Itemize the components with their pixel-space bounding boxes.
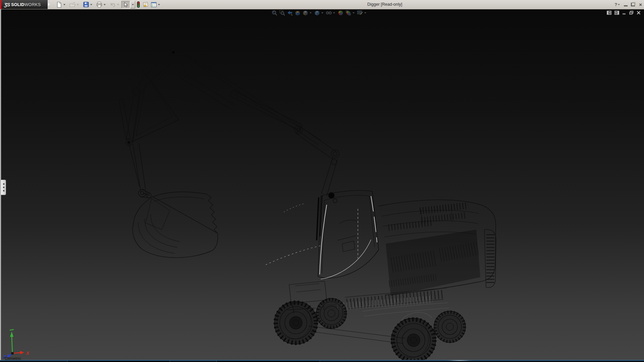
boom-assembly <box>119 47 339 198</box>
close-icon[interactable]: × <box>639 2 642 7</box>
triad-y-axis <box>10 329 14 353</box>
previous-view-icon <box>287 10 293 16</box>
toggle-right-pane-button[interactable] <box>614 11 619 15</box>
save-button[interactable] <box>83 1 89 8</box>
undo-dropdown[interactable] <box>116 1 120 8</box>
help-button[interactable]: ? <box>614 2 617 7</box>
wheel-front-left <box>274 301 317 344</box>
previous-view-button[interactable] <box>287 10 293 16</box>
wheel-front-right <box>316 298 346 328</box>
edit-appearance-button[interactable] <box>338 10 343 16</box>
digger-wireframe-model <box>0 9 644 360</box>
print-icon <box>96 2 102 7</box>
undo-button[interactable] <box>109 1 116 8</box>
triad-x-axis: X <box>12 351 30 356</box>
appearance-sphere-icon <box>338 10 343 16</box>
display-style-button[interactable] <box>314 10 320 16</box>
traffic-light-icon <box>137 1 140 8</box>
select-arrow-icon <box>124 2 128 7</box>
taskbar-button-sliver[interactable] <box>67 361 170 362</box>
document-window-controls <box>607 10 641 15</box>
view-cube-icon <box>303 10 308 16</box>
view-settings-button[interactable] <box>357 10 363 16</box>
wheel-rear-left <box>391 318 436 360</box>
doc-restore-button[interactable] <box>629 11 634 15</box>
hide-show-items-dropdown[interactable] <box>332 10 336 15</box>
document-title: Digger [Read-only] <box>367 2 402 7</box>
new-document-dropdown[interactable] <box>62 1 66 8</box>
pane-left-icon <box>607 11 611 15</box>
file-properties-button[interactable] <box>142 1 149 8</box>
print-dropdown[interactable] <box>103 1 107 8</box>
headsup-view-toolbar <box>272 9 369 16</box>
close-x-icon <box>637 11 641 15</box>
apply-scene-button[interactable] <box>345 10 351 16</box>
window-controls: ? × <box>614 0 642 9</box>
file-properties-icon <box>143 2 149 7</box>
wheels <box>274 298 466 360</box>
save-dropdown[interactable] <box>89 1 93 8</box>
view-settings-icon <box>357 10 363 15</box>
solidworks-logo-glyph: ƷS <box>4 2 10 7</box>
menu-flyout-arrow-icon[interactable] <box>48 3 50 6</box>
view-orientation-button[interactable] <box>303 10 308 16</box>
view-orientation-dropdown[interactable] <box>309 10 312 15</box>
view-settings-dropdown[interactable] <box>364 10 367 15</box>
restore-icon[interactable] <box>631 3 635 6</box>
triad-x-label: X <box>26 351 30 356</box>
select-tool-dropdown[interactable] <box>130 1 135 8</box>
eyeglasses-icon <box>326 11 332 15</box>
new-document-button[interactable] <box>56 1 62 8</box>
triad-origin <box>11 352 13 354</box>
section-view-button[interactable] <box>295 10 301 16</box>
new-document-icon <box>56 2 62 8</box>
display-style-dropdown[interactable] <box>321 10 324 15</box>
options-dropdown[interactable] <box>157 1 161 8</box>
collapse-arrow-icon <box>3 186 4 188</box>
graphics-viewport[interactable]: X Z *Dimetric <box>0 9 644 360</box>
collapse-arrow-icon <box>3 190 4 192</box>
undo-icon <box>110 2 116 7</box>
taskbar-edge[interactable] <box>0 360 644 362</box>
doc-close-button[interactable] <box>637 11 641 15</box>
collapsed-panel-tab[interactable] <box>1 180 6 195</box>
standard-toolbar <box>56 1 161 8</box>
engine-housing <box>378 200 496 296</box>
bucket <box>132 192 218 257</box>
toggle-left-pane-button[interactable] <box>607 11 611 15</box>
titlebar: ƷS SOLIDWORKS <box>0 0 644 9</box>
doc-minimize-button[interactable] <box>622 11 626 15</box>
magnifier-area-icon <box>279 10 285 16</box>
hide-show-items-button[interactable] <box>326 10 332 16</box>
open-dropdown[interactable] <box>76 1 80 8</box>
rebuild-button[interactable] <box>136 1 140 8</box>
brand-text-light: WORKS <box>24 2 41 7</box>
open-folder-icon <box>69 2 76 7</box>
zoom-to-fit-button[interactable] <box>272 10 277 16</box>
brand-text-bold: SOLID <box>11 2 24 7</box>
select-tool-button[interactable] <box>121 1 130 8</box>
open-button[interactable] <box>69 1 76 8</box>
magnifier-icon <box>272 10 277 16</box>
pane-right-icon <box>614 11 619 15</box>
section-view-icon <box>295 10 301 16</box>
solidworks-logo: ƷS SOLIDWORKS <box>1 0 48 9</box>
taskbar-button-sliver[interactable] <box>216 361 320 362</box>
solidworks-window: ƷS SOLIDWORKS <box>0 0 644 362</box>
help-dropdown-icon[interactable] <box>618 4 620 5</box>
cab <box>317 190 379 278</box>
view-orientation-label: *Dimetric <box>3 356 21 360</box>
print-button[interactable] <box>96 1 103 8</box>
save-icon <box>83 2 89 7</box>
zoom-to-area-button[interactable] <box>279 10 285 16</box>
options-button[interactable] <box>150 1 157 8</box>
minimize-icon[interactable] <box>624 5 628 6</box>
minimize-icon <box>622 11 626 15</box>
wheel-rear-right <box>434 311 466 343</box>
restore-icon <box>629 11 634 15</box>
display-style-cube-icon <box>314 10 320 16</box>
apply-scene-dropdown[interactable] <box>352 10 355 15</box>
scene-sphere-icon <box>345 10 351 16</box>
options-icon <box>151 2 157 7</box>
orientation-triad: X Z <box>3 327 33 359</box>
